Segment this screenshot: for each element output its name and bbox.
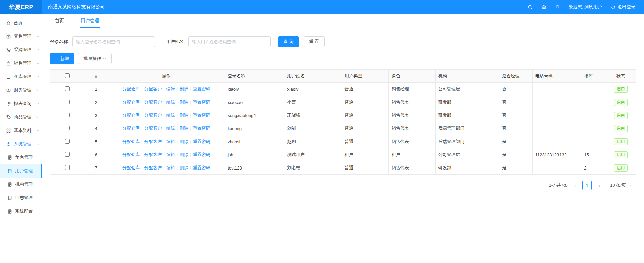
delete-link[interactable]: 删除: [179, 152, 188, 157]
reset-password-link[interactable]: 重置密码: [193, 139, 210, 144]
divider: |: [177, 165, 178, 170]
divider: |: [190, 113, 191, 118]
reset-password-link[interactable]: 重置密码: [193, 126, 210, 131]
chevron-down-icon: [36, 102, 40, 106]
sidebar-item-label: 基本资料: [14, 127, 31, 134]
sidebar-item-7[interactable]: 商品管理: [0, 110, 42, 124]
sidebar-item-label: 零售管理: [14, 33, 31, 39]
logout-button[interactable]: 退出登录: [611, 4, 635, 10]
sidebar-item-14[interactable]: 系统配置: [0, 204, 42, 218]
row-checkbox[interactable]: [65, 86, 70, 91]
row-checkbox[interactable]: [65, 113, 70, 117]
sidebar-item-0[interactable]: 首页: [0, 16, 42, 30]
row-checkbox[interactable]: [65, 139, 70, 144]
sidebar-item-1[interactable]: 零售管理: [0, 30, 42, 43]
delete-link[interactable]: 删除: [179, 100, 188, 105]
cell-login-name: liuneng: [225, 122, 284, 135]
reset-password-link[interactable]: 重置密码: [193, 113, 210, 118]
sidebar-item-2[interactable]: 采购管理: [0, 43, 42, 57]
assign-customer-link[interactable]: 分配客户: [144, 86, 162, 91]
add-button[interactable]: +新增: [50, 53, 74, 64]
reset-password-link[interactable]: 重置密码: [193, 100, 210, 105]
tab-user-management[interactable]: 用户管理: [80, 14, 100, 28]
assign-warehouse-link[interactable]: 分配仓库: [122, 165, 140, 170]
reset-password-link[interactable]: 重置密码: [193, 86, 210, 91]
sidebar-item-9[interactable]: 系统管理: [0, 137, 42, 151]
assign-warehouse-link[interactable]: 分配仓库: [122, 100, 140, 105]
sidebar-item-label: 销售管理: [14, 60, 31, 66]
edit-link[interactable]: 编辑: [166, 113, 175, 118]
assign-warehouse-link[interactable]: 分配仓库: [122, 113, 140, 118]
delete-link[interactable]: 删除: [179, 86, 188, 91]
row-checkbox[interactable]: [65, 165, 70, 170]
cell-user-name: 刘能: [284, 122, 342, 135]
cell-user-type: 普通: [342, 83, 388, 96]
search-icon[interactable]: [528, 5, 533, 10]
user-name-input[interactable]: [188, 36, 271, 47]
assign-warehouse-link[interactable]: 分配仓库: [122, 139, 140, 144]
sidebar-item-13[interactable]: 日志管理: [0, 191, 42, 204]
row-operations: 分配仓库|分配客户|编辑|删除|重置密码: [108, 96, 225, 109]
edit-link[interactable]: 编辑: [166, 152, 175, 157]
select-all-checkbox[interactable]: [65, 73, 70, 78]
home-icon: [6, 21, 11, 26]
sidebar-item-8[interactable]: 基本资料: [0, 124, 42, 137]
row-checkbox[interactable]: [65, 100, 70, 104]
assign-customer-link[interactable]: 分配客户: [144, 100, 162, 105]
edit-link[interactable]: 编辑: [166, 139, 175, 144]
status-badge: 启用: [614, 112, 628, 119]
assign-customer-link[interactable]: 分配客户: [144, 126, 162, 131]
assign-warehouse-link[interactable]: 分配仓库: [122, 126, 140, 131]
page-size-select[interactable]: 10 条/页: [607, 181, 635, 190]
delete-link[interactable]: 删除: [179, 113, 188, 118]
table-header-row: #操作登录名称用户姓名用户类型角色机构是否经理电话号码排序状态: [50, 70, 636, 83]
bank-icon[interactable]: [541, 5, 546, 10]
sidebar-item-label: 系统配置: [15, 208, 33, 214]
sidebar-item-6[interactable]: 报表查询: [0, 97, 42, 110]
edit-link[interactable]: 编辑: [166, 100, 175, 105]
sidebar-item-11[interactable]: 用户管理: [0, 164, 42, 178]
assign-customer-link[interactable]: 分配客户: [144, 152, 162, 157]
edit-link[interactable]: 编辑: [166, 126, 175, 131]
assign-customer-link[interactable]: 分配客户: [144, 165, 162, 170]
row-operations: 分配仓库|分配客户|编辑|删除|重置密码: [108, 161, 225, 175]
batch-actions-button[interactable]: 批量操作: [78, 53, 112, 64]
cell-is-manager: 是: [499, 161, 533, 175]
sidebar-item-3[interactable]: 销售管理: [0, 57, 42, 70]
finance-icon: [6, 88, 11, 93]
cell-role: 销售代表: [388, 122, 435, 135]
next-page-button[interactable]: ›: [595, 181, 603, 190]
prev-page-button[interactable]: ‹: [571, 181, 579, 190]
assign-customer-link[interactable]: 分配客户: [144, 139, 162, 144]
page-number-button[interactable]: 1: [582, 181, 592, 190]
login-name-input[interactable]: [72, 36, 155, 47]
assign-warehouse-link[interactable]: 分配仓库: [122, 152, 140, 157]
cell-organization: 研发部: [435, 161, 499, 175]
tab-home[interactable]: 首页: [54, 14, 65, 28]
sidebar-item-12[interactable]: 机构管理: [0, 178, 42, 191]
delete-link[interactable]: 删除: [179, 139, 188, 144]
app-logo[interactable]: 华夏ERP: [0, 0, 42, 14]
delete-link[interactable]: 删除: [179, 165, 188, 170]
row-checkbox[interactable]: [65, 126, 70, 130]
divider: |: [177, 100, 178, 105]
sidebar-item-4[interactable]: 仓库管理: [0, 70, 42, 83]
delete-link[interactable]: 删除: [179, 126, 188, 131]
query-button[interactable]: 查 询: [278, 36, 299, 47]
edit-link[interactable]: 编辑: [166, 165, 175, 170]
edit-link[interactable]: 编辑: [166, 86, 175, 91]
assign-warehouse-link[interactable]: 分配仓库: [122, 86, 140, 91]
divider: |: [163, 86, 164, 91]
row-checkbox[interactable]: [65, 152, 70, 157]
reset-password-link[interactable]: 重置密码: [193, 152, 210, 157]
divider: |: [190, 100, 191, 105]
sidebar-item-10[interactable]: 角色管理: [0, 151, 42, 164]
assign-customer-link[interactable]: 分配客户: [144, 113, 162, 118]
sidebar-item-5[interactable]: 财务管理: [0, 83, 42, 97]
row-operations: 分配仓库|分配客户|编辑|删除|重置密码: [108, 122, 225, 135]
doc-icon: [7, 209, 12, 214]
column-header: 用户类型: [342, 70, 388, 83]
reset-button[interactable]: 重 置: [304, 36, 325, 47]
bell-icon[interactable]: [555, 5, 560, 10]
reset-password-link[interactable]: 重置密码: [193, 165, 210, 170]
